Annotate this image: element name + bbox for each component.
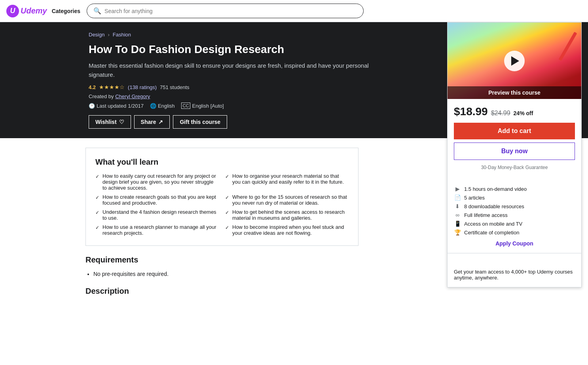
learn-item: ✓ How to get behind the scenes access to… [225,209,349,221]
action-buttons: Wishlist ♡ Share ↗ Gift this course [89,115,370,129]
training-section: Training 5 or more people? Get your team… [448,253,581,287]
clock-icon: 🕐 [89,103,95,109]
hero-section: Design › Fashion How To Do Fashion Desig… [0,22,588,138]
check-icon: ✓ [225,174,229,179]
list-item: ⬇ 8 downloadable resources [454,203,575,209]
course-info: Design › Fashion How To Do Fashion Desig… [79,32,380,129]
video-icon: ▶ [454,186,461,192]
list-item: ∞ Full lifetime access [454,212,575,218]
search-icon: 🔍 [93,7,101,15]
certificate-icon: 🏆 [454,229,461,236]
includes-list: ▶ 1.5 hours on-demand video 📄 5 articles… [454,186,575,236]
captions: CC English [Auto] [181,103,224,109]
learn-item: ✓ Understand the 4 fashion design resear… [95,209,219,221]
training-title: Training 5 or more people? [454,260,575,266]
heart-icon: ♡ [119,119,124,125]
learn-title: What you'll learn [95,158,349,167]
wishlist-label: Wishlist [95,119,117,125]
check-icon: ✓ [95,210,99,215]
check-icon: ✓ [95,195,99,200]
cc-icon: CC [181,103,191,109]
globe-icon: 🌐 [150,103,156,109]
breadcrumb-fashion[interactable]: Fashion [113,32,131,38]
apply-coupon-link[interactable]: Apply Coupon [495,240,533,247]
add-to-cart-button[interactable]: Add to cart [454,123,575,139]
description-title: Description [85,287,358,296]
play-triangle-icon [511,56,519,66]
requirement-item: No pre-requisites are required. [93,271,358,277]
student-count: 751 students [160,84,189,90]
rating-score: 4.2 [89,84,96,90]
course-title: How To Do Fashion Design Research [89,42,370,57]
list-item: 🏆 Certificate of completion [454,229,575,236]
gift-label: Gift this course [180,119,220,125]
price-discount: 24% off [514,110,533,116]
last-updated: 🕐 Last updated 1/2017 [89,103,144,109]
learn-item: ✓ How to become inspired when you feel s… [225,224,349,236]
created-by: Created by Cheryl Gregory [89,93,370,99]
learn-item: ✓ Where to go for the 15 sources of rese… [225,194,349,206]
breadcrumb-design[interactable]: Design [89,32,104,38]
description-section: Description [85,287,358,296]
main-content: What you'll learn ✓ How to easily carry … [85,148,358,305]
requirements-section: Requirements No pre-requisites are requi… [85,255,358,277]
includes-title: This course includes: [454,175,575,182]
buy-now-button[interactable]: Buy now [454,143,575,160]
article-icon: 📄 [454,194,461,201]
preview-label: Preview this course [448,86,581,99]
share-icon: ↗ [158,119,163,125]
card-body: $18.99 $24.99 24% off Add to cart Buy no… [448,99,581,253]
check-icon: ✓ [225,210,229,215]
learn-section: What you'll learn ✓ How to easily carry … [85,148,358,246]
check-icon: ✓ [95,174,99,179]
logo-text: Udemy [21,6,47,15]
guarantee-text: 30-Day Money-Back Guarantee [454,165,575,170]
stars: ★★★★☆ [99,84,125,90]
list-item: 📱 Access on mobile and TV [454,221,575,227]
list-item: 📄 5 articles [454,194,575,201]
check-icon: ✓ [225,225,229,230]
check-icon: ✓ [225,195,229,200]
breadcrumb-separator: › [108,32,109,38]
price-current: $18.99 [454,105,488,118]
requirements-list: No pre-requisites are required. [85,271,358,277]
instructor-link[interactable]: Cheryl Gregory [115,93,150,99]
categories-button[interactable]: Categories [52,8,80,14]
course-card: Preview this course $18.99 $24.99 24% of… [447,22,582,287]
mobile-icon: 📱 [454,221,461,227]
infinity-icon: ∞ [454,212,461,218]
gift-button[interactable]: Gift this course [173,115,227,129]
main-layout: What you'll learn ✓ How to easily carry … [79,138,509,315]
share-button[interactable]: Share ↗ [134,115,170,129]
learn-grid: ✓ How to easily carry out research for a… [95,173,349,236]
rating-row: 4.2 ★★★★☆ (138 ratings) 751 students [89,84,370,90]
training-desc: Get your team access to 4,000+ top Udemy… [454,269,575,281]
course-subtitle: Master this essential fashion design ski… [89,61,370,79]
learn-item: ✓ How to organise your research material… [225,173,349,191]
price-original: $24.99 [491,110,510,117]
learn-item: ✓ How to use a research planner to manag… [95,224,219,236]
rating-count: (138 ratings) [128,84,157,90]
share-label: Share [141,119,156,125]
requirements-title: Requirements [85,255,358,264]
navbar: U Udemy Categories 🔍 [0,0,588,22]
search-input[interactable] [104,8,357,14]
learn-item: ✓ How to create research goals so that y… [95,194,219,206]
search-bar: 🔍 [87,4,364,18]
breadcrumb: Design › Fashion [89,32,370,38]
preview-image[interactable]: Preview this course [448,23,581,99]
course-meta: 🕐 Last updated 1/2017 🌐 English CC Engli… [89,103,370,109]
list-item: ▶ 1.5 hours on-demand video [454,186,575,192]
learn-item: ✓ How to easily carry out research for a… [95,173,219,191]
download-icon: ⬇ [454,203,461,209]
udemy-logo[interactable]: U Udemy [6,5,47,17]
apply-coupon-section: Apply Coupon [454,240,575,247]
price-row: $18.99 $24.99 24% off [454,105,575,118]
play-button[interactable] [504,51,525,71]
wishlist-button[interactable]: Wishlist ♡ [89,115,131,129]
check-icon: ✓ [95,225,99,230]
language: 🌐 English [150,103,175,109]
